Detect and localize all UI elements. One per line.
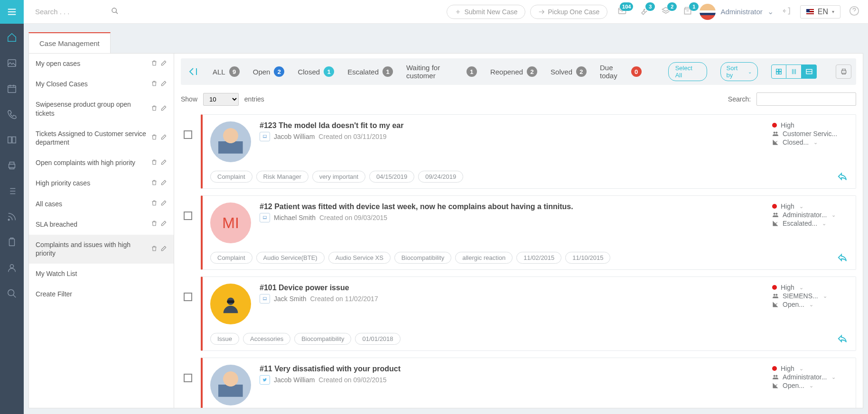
edit-filter-button[interactable] [160, 245, 167, 253]
filter-item[interactable]: My Watch List [29, 264, 174, 284]
hamburger-button[interactable] [0, 0, 24, 24]
nav-image[interactable] [0, 56, 24, 70]
reply-button[interactable] [836, 171, 849, 184]
reply-button[interactable] [836, 252, 849, 265]
filter-item[interactable]: Swipesense product group open tickets [29, 94, 174, 123]
filter-item[interactable]: Create Filter [29, 284, 174, 304]
nav-user[interactable] [0, 261, 24, 275]
status-filter-all[interactable]: ALL9 [213, 66, 240, 77]
case-card[interactable]: #11 Very dissatisfied with your productJ… [201, 358, 856, 408]
filter-item[interactable]: SLA breached [29, 214, 174, 235]
search-input[interactable] [35, 8, 106, 16]
help-button[interactable] [849, 6, 859, 18]
pickup-one-case-button[interactable]: Pickup One Case [530, 5, 607, 19]
edit-filter-button[interactable] [160, 200, 167, 208]
case-card[interactable]: #123 The model Ida doesn't fit to my ear… [201, 114, 856, 189]
search-icon[interactable] [111, 7, 119, 17]
status-filter-waiting-for-customer[interactable]: Waiting for customer1 [406, 64, 477, 80]
sort-by-button[interactable]: Sort by ⌄ [720, 62, 758, 81]
tag[interactable]: Accessories [243, 333, 290, 345]
edit-filter-button[interactable] [160, 134, 167, 142]
edit-filter-button[interactable] [160, 179, 167, 187]
tools-button[interactable]: 3 [639, 6, 649, 18]
status-filter-due-today[interactable]: Due today0 [600, 64, 642, 80]
tag[interactable]: 11/02/2015 [516, 252, 561, 264]
view-columns-button[interactable] [786, 64, 802, 79]
tasks-button[interactable]: 2 [661, 6, 671, 18]
view-detail-button[interactable] [802, 64, 817, 79]
tag[interactable]: 11/10/2015 [565, 252, 610, 264]
collapse-sidebar-button[interactable] [185, 64, 199, 79]
nav-search[interactable] [0, 286, 24, 301]
nav-book[interactable] [0, 133, 24, 147]
tag[interactable]: Issue [210, 333, 239, 345]
delete-filter-button[interactable] [151, 179, 158, 187]
delete-filter-button[interactable] [151, 220, 158, 228]
mail-button[interactable]: 104 [617, 6, 627, 18]
status-filter-open[interactable]: Open2 [253, 66, 285, 77]
case-checkbox[interactable] [184, 130, 192, 139]
tab-case-management[interactable]: Case Management [28, 32, 111, 53]
delete-filter-button[interactable] [151, 80, 158, 88]
user-menu[interactable]: Administrator ⌄ [700, 4, 773, 20]
nav-print[interactable] [0, 158, 24, 173]
submit-new-case-button[interactable]: Submit New Case [447, 5, 525, 19]
tag[interactable]: 01/01/2018 [355, 333, 400, 345]
tag[interactable]: Biocompatibility [394, 252, 451, 264]
delete-filter-button[interactable] [151, 60, 158, 68]
reply-button[interactable] [836, 333, 849, 346]
edit-filter-button[interactable] [160, 220, 167, 228]
nav-clipboard[interactable] [0, 235, 24, 249]
tag[interactable]: Audio Service(BTE) [256, 252, 325, 264]
edit-filter-button[interactable] [160, 80, 167, 88]
case-checkbox[interactable] [184, 212, 192, 220]
edit-filter-button[interactable] [160, 60, 167, 68]
logout-button[interactable] [782, 6, 792, 18]
filter-item[interactable]: All cases [29, 194, 174, 214]
tag[interactable]: Complaint [210, 171, 252, 183]
case-checkbox[interactable] [184, 293, 192, 301]
tag[interactable]: 09/24/2019 [418, 171, 463, 183]
edit-filter-button[interactable] [160, 159, 167, 167]
delete-filter-button[interactable] [151, 245, 158, 253]
page-size-select[interactable]: 10 [203, 93, 239, 106]
case-card[interactable]: MI#12 Patient was fitted with device las… [201, 195, 856, 270]
status-filter-reopened[interactable]: Reopened2 [490, 66, 537, 77]
nav-calendar[interactable] [0, 82, 24, 96]
status-filter-escalated[interactable]: Escalated1 [347, 66, 393, 77]
archive-button[interactable]: 1 [682, 6, 693, 18]
print-button[interactable] [836, 64, 851, 79]
edit-filter-button[interactable] [160, 105, 167, 113]
svg-point-9 [10, 265, 13, 268]
tag[interactable]: Complaint [210, 252, 252, 264]
status-filter-solved[interactable]: Solved2 [551, 66, 587, 77]
tag[interactable]: Biocompatibility [294, 333, 351, 345]
delete-filter-button[interactable] [151, 200, 158, 208]
filter-actions [151, 179, 167, 187]
tag[interactable]: Audio Service XS [328, 252, 391, 264]
filter-item[interactable]: High priority cases [29, 173, 174, 193]
filter-item[interactable]: Tickets Assigned to Customer service dep… [29, 124, 174, 153]
filter-item[interactable]: My Closed Cases [29, 74, 174, 94]
case-card[interactable]: #101 Device power issueJack SmithCreated… [201, 276, 856, 351]
tag[interactable]: very important [312, 171, 365, 183]
nav-list[interactable] [0, 184, 24, 198]
tag[interactable]: 04/15/2019 [369, 171, 414, 183]
nav-home[interactable] [0, 30, 24, 45]
delete-filter-button[interactable] [151, 159, 158, 167]
delete-filter-button[interactable] [151, 105, 158, 113]
view-grid-button[interactable] [771, 64, 786, 79]
filter-item[interactable]: My open cases [29, 54, 174, 74]
tag[interactable]: allergic reaction [455, 252, 513, 264]
filter-item[interactable]: Open complaints with high priority [29, 153, 174, 173]
select-all-button[interactable]: Select All [668, 62, 707, 81]
nav-rss[interactable] [0, 210, 24, 224]
nav-phone[interactable] [0, 107, 24, 121]
table-search-input[interactable] [756, 92, 856, 106]
case-checkbox[interactable] [184, 374, 192, 382]
language-select[interactable]: EN ▾ [800, 5, 840, 18]
tag[interactable]: Risk Manager [256, 171, 308, 183]
status-filter-closed[interactable]: Closed1 [298, 66, 334, 77]
delete-filter-button[interactable] [151, 134, 158, 142]
filter-item[interactable]: Complaints and issues with high priority [29, 235, 174, 264]
